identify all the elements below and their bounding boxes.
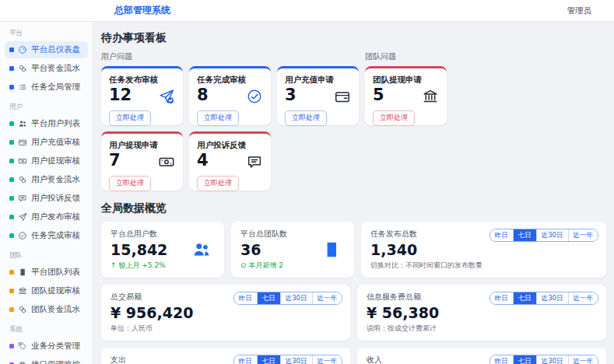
range-option-button[interactable]: 近一年 — [568, 355, 598, 364]
todo-card: 用户提现申请7立即处理 — [101, 131, 183, 191]
flag-solid-icon — [18, 268, 27, 277]
sidebar-item-label: 平台团队列表 — [31, 267, 80, 278]
sidebar-item[interactable]: 用户提现审核 — [5, 152, 88, 170]
stat-note: 说明：按成交计费累计 — [367, 324, 597, 334]
section-color-dot — [9, 177, 14, 182]
todo-card: 团队提现申请5立即处理 — [365, 66, 447, 125]
handle-now-button[interactable]: 立即处理 — [197, 176, 239, 191]
user-menu[interactable]: 管理员 — [554, 5, 602, 16]
todo-card-title: 用户提现申请 — [109, 140, 175, 151]
check-circle-icon — [18, 231, 27, 240]
todo-card-title: 团队提现申请 — [373, 75, 439, 86]
sidebar-section-label: 用户 — [0, 97, 93, 114]
range-option-button[interactable]: 昨日 — [490, 229, 513, 241]
sidebar-item[interactable]: 接口管理监控 — [5, 356, 88, 364]
flag-solid-icon — [321, 240, 342, 260]
range-option-button[interactable]: 七日 — [257, 292, 280, 304]
sidebar-item[interactable]: 平台资金流水 — [5, 60, 88, 77]
range-option-button[interactable]: 七日 — [513, 229, 536, 241]
app-logo-icon — [101, 6, 110, 15]
sidebar-item[interactable]: 用户充值审核 — [5, 134, 88, 151]
time-range-selector: 昨日七日近30日近一年 — [489, 292, 598, 305]
stats-row: 总交易额¥ 956,420单位：人民币昨日七日近30日近一年信息服务费总额¥ 5… — [101, 285, 606, 341]
stat-note: 切换对比：不同时间窗口的发布数量 — [370, 261, 597, 271]
range-option-button[interactable]: 昨日 — [234, 292, 257, 304]
tag-icon — [18, 341, 27, 351]
sidebar-item-label: 平台总仪表盘 — [31, 44, 80, 55]
sidebar-item[interactable]: 用户投诉反馈 — [5, 190, 88, 207]
stat-value: ¥ 56,380 — [367, 304, 597, 321]
range-option-button[interactable]: 近一年 — [312, 292, 342, 304]
section-color-dot — [9, 47, 14, 52]
sidebar-item-label: 用户充值审核 — [31, 137, 80, 148]
sidebar-section-label: 团队 — [0, 246, 93, 262]
check-circle-icon — [246, 88, 263, 105]
stat-title: 平台总用户数 — [111, 229, 215, 240]
todo-group-label: 用户问题 — [101, 51, 359, 62]
sidebar-item[interactable]: 用户资金流水 — [5, 171, 88, 188]
stat-card: 信息服务费总额¥ 56,380说明：按成交计费累计昨日七日近30日近一年 — [357, 285, 606, 341]
sidebar-item-label: 用户投诉反馈 — [31, 193, 80, 204]
range-option-button[interactable]: 七日 — [257, 355, 280, 364]
section-color-dot — [9, 270, 14, 275]
sidebar-item-label: 团队提现审核 — [31, 285, 80, 296]
sidebar-item-label: 团队资金流水 — [31, 304, 80, 315]
sidebar-item-label: 平台资金流水 — [31, 63, 80, 74]
handle-now-button[interactable]: 立即处理 — [197, 110, 239, 126]
app-title: 总部管理系统 — [114, 4, 170, 17]
range-option-button[interactable]: 近一年 — [568, 229, 598, 241]
range-option-button[interactable]: 七日 — [513, 292, 536, 304]
handle-now-button[interactable]: 立即处理 — [109, 176, 151, 191]
sidebar-item[interactable]: 平台总仪表盘 — [5, 41, 88, 58]
range-option-button[interactable]: 近30日 — [280, 292, 312, 304]
handle-now-button[interactable]: 立即处理 — [285, 110, 327, 126]
section-color-dot — [9, 66, 14, 71]
bank-icon — [422, 88, 439, 105]
sidebar-item[interactable]: 业务分类管理 — [5, 338, 88, 355]
sidebar-item[interactable]: 团队资金流水 — [5, 301, 88, 318]
section-color-dot — [9, 289, 14, 293]
range-option-button[interactable]: 近一年 — [568, 292, 598, 304]
todo-board: 用户问题任务发布审核12立即处理任务完成审核8立即处理用户充值申请3立即处理用户… — [101, 51, 606, 191]
range-option-button[interactable]: 近30日 — [536, 355, 568, 364]
handle-now-button[interactable]: 立即处理 — [109, 110, 151, 126]
person-circle-icon — [554, 5, 564, 16]
stat-card: 总交易额¥ 956,420单位：人民币昨日七日近30日近一年 — [101, 285, 350, 341]
todo-card: 任务发布审核12立即处理 — [101, 66, 183, 125]
sidebar-item[interactable]: 平台用户列表 — [5, 115, 88, 132]
section-color-dot — [9, 233, 14, 238]
stat-card: 支出¥ 54,600口径：含各类成本支出昨日七日近30日近一年 — [101, 348, 350, 364]
todo-card-title: 用户投诉反馈 — [197, 140, 263, 151]
overview-stats: 平台总用户数15,842↑ 较上月 +5.2%平台总团队数36⊙ 本月新增 2任… — [101, 222, 606, 364]
range-option-button[interactable]: 七日 — [513, 355, 536, 364]
range-option-button[interactable]: 昨日 — [234, 355, 257, 364]
sidebar-item[interactable]: 平台团队列表 — [5, 264, 88, 281]
sidebar-item-label: 平台用户列表 — [31, 118, 80, 129]
todo-card: 用户投诉反馈4立即处理 — [189, 131, 271, 191]
range-option-button[interactable]: 近30日 — [536, 229, 568, 241]
sidebar-item[interactable]: 任务全局管理 — [5, 79, 88, 96]
todo-card: 任务完成审核8立即处理 — [189, 66, 271, 125]
range-option-button[interactable]: 昨日 — [490, 355, 513, 364]
cash-icon — [18, 156, 27, 166]
sidebar-item[interactable]: 团队提现审核 — [5, 282, 88, 299]
comment-icon — [246, 153, 263, 170]
stat-note: ↑ 较上月 +5.2% — [111, 261, 215, 271]
range-option-button[interactable]: 近30日 — [280, 355, 312, 364]
sidebar-item[interactable]: 任务完成审核 — [5, 227, 88, 244]
coins-icon — [18, 305, 27, 314]
cash-icon — [158, 153, 175, 170]
main-content: 待办事项看板 用户问题任务发布审核12立即处理任务完成审核8立即处理用户充值申请… — [93, 22, 614, 364]
range-option-button[interactable]: 近30日 — [536, 292, 568, 304]
time-range-selector: 昨日七日近30日近一年 — [233, 355, 342, 364]
handle-now-button[interactable]: 立即处理 — [373, 110, 415, 126]
range-option-button[interactable]: 昨日 — [490, 292, 513, 304]
section-color-dot — [9, 85, 14, 89]
sidebar-item[interactable]: 用户发布审核 — [5, 208, 88, 226]
section-color-dot — [9, 196, 14, 201]
bank-icon — [18, 286, 27, 296]
section-color-dot — [9, 307, 14, 312]
comment-icon — [18, 194, 27, 203]
list-icon — [18, 82, 27, 92]
range-option-button[interactable]: 近一年 — [312, 355, 342, 364]
